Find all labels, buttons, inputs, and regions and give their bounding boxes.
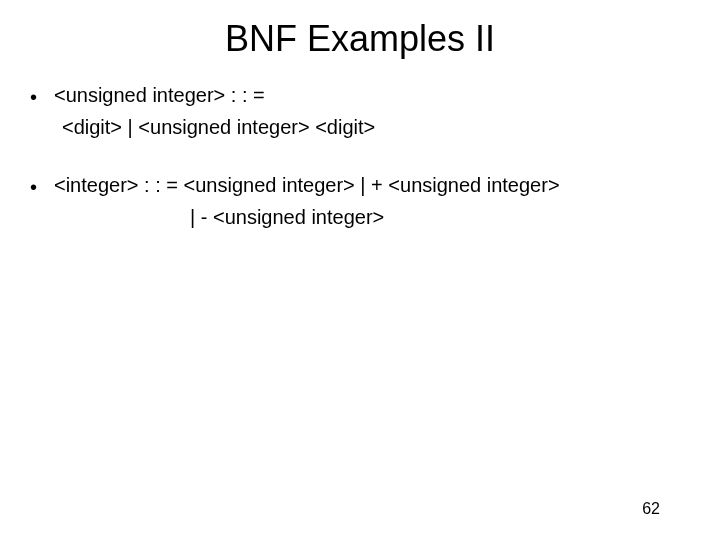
bullet-text: <unsigned integer> : : = (54, 80, 700, 110)
bullet-text: <integer> : : = <unsigned integer> | + <… (54, 170, 700, 200)
bullet-continuation: | - <unsigned integer> (30, 202, 700, 232)
page-title: BNF Examples II (0, 0, 720, 80)
content-area: • <unsigned integer> : : = <digit> | <un… (0, 80, 720, 232)
bullet-item: • <integer> : : = <unsigned integer> | +… (30, 170, 700, 232)
page-number: 62 (642, 500, 660, 518)
bullet-dot-icon: • (30, 80, 54, 112)
bullet-continuation: <digit> | <unsigned integer> <digit> (30, 112, 700, 142)
bullet-dot-icon: • (30, 170, 54, 202)
bullet-item: • <unsigned integer> : : = <digit> | <un… (30, 80, 700, 142)
